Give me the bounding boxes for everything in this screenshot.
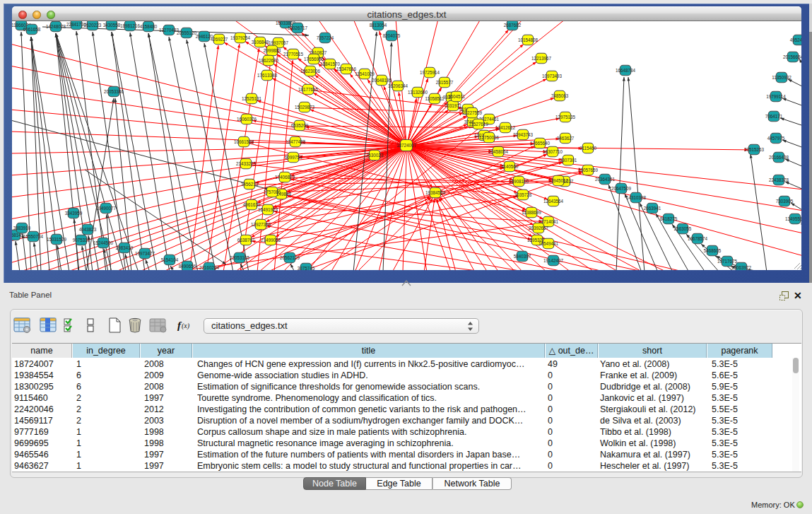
svg-text:20458054: 20458054 [488, 149, 509, 154]
svg-text:18026717: 18026717 [288, 25, 308, 30]
svg-text:12213967: 12213967 [531, 56, 552, 61]
svg-text:19799114: 19799114 [766, 94, 786, 99]
svg-text:2687682: 2687682 [504, 23, 522, 28]
svg-text:15029873: 15029873 [295, 105, 315, 110]
svg-text:18622670: 18622670 [259, 58, 279, 63]
svg-text:7357224: 7357224 [317, 35, 334, 40]
svg-text:9463627: 9463627 [557, 136, 575, 141]
svg-text:12927396: 12927396 [251, 222, 271, 227]
svg-text:16307710: 16307710 [543, 149, 563, 154]
svg-text:19725914: 19725914 [420, 70, 440, 75]
svg-text:16206344: 16206344 [388, 83, 408, 88]
svg-text:3035728: 3035728 [514, 192, 532, 197]
svg-text:17665640: 17665640 [530, 141, 551, 146]
svg-text:3430558: 3430558 [103, 23, 121, 28]
svg-text:15063972: 15063972 [731, 265, 752, 270]
svg-text:10661588: 10661588 [234, 139, 254, 144]
svg-text:22053165: 22053165 [230, 255, 250, 260]
svg-text:16623006: 16623006 [300, 69, 321, 74]
svg-text:10717675: 10717675 [717, 259, 738, 264]
svg-text:20227559: 20227559 [462, 110, 483, 115]
svg-text:20515263: 20515263 [744, 147, 765, 152]
svg-text:2315577: 2315577 [436, 80, 454, 85]
svg-text:20364361: 20364361 [595, 177, 616, 182]
svg-text:11058511: 11058511 [425, 96, 445, 101]
svg-text:18177615: 18177615 [298, 87, 319, 92]
svg-text:4952451: 4952451 [790, 37, 801, 42]
svg-text:6061658: 6061658 [23, 27, 41, 32]
svg-text:19142407: 19142407 [543, 258, 564, 263]
svg-text:15347616: 15347616 [336, 66, 357, 71]
svg-text:12525131: 12525131 [242, 96, 262, 101]
svg-text:6638767: 6638767 [237, 238, 255, 243]
svg-text:3307301: 3307301 [560, 158, 577, 163]
svg-text:18724007: 18724007 [396, 143, 417, 148]
svg-text:11388699: 11388699 [522, 210, 541, 215]
svg-text:7485063: 7485063 [551, 93, 569, 98]
svg-text:17656906: 17656906 [304, 57, 324, 62]
svg-text:8490656: 8490656 [179, 264, 196, 269]
svg-text:3343959: 3343959 [65, 211, 83, 216]
svg-text:17613348: 17613348 [257, 73, 278, 78]
svg-text:1757086: 1757086 [264, 189, 281, 194]
svg-text:8418275: 8418275 [660, 216, 678, 221]
svg-text:8813054: 8813054 [370, 23, 387, 28]
svg-text:7064171: 7064171 [765, 114, 783, 119]
svg-text:(x): (x) [182, 322, 190, 330]
svg-text:19973477: 19973477 [135, 251, 155, 256]
svg-text:6099754: 6099754 [285, 155, 302, 160]
svg-text:16648784: 16648784 [616, 68, 636, 73]
svg-text:19379254: 19379254 [230, 35, 251, 40]
svg-text:9075310: 9075310 [73, 238, 90, 243]
svg-text:8204075: 8204075 [383, 33, 401, 38]
svg-text:20943743: 20943743 [513, 132, 534, 137]
svg-text:16908100: 16908100 [509, 179, 529, 184]
svg-text:3883910: 3883910 [13, 226, 31, 230]
svg-text:13132690: 13132690 [408, 90, 428, 95]
svg-text:4269227: 4269227 [211, 37, 228, 42]
svg-text:11541029: 11541029 [355, 71, 375, 76]
svg-text:12412612: 12412612 [495, 125, 516, 130]
svg-text:22438378: 22438378 [769, 177, 789, 182]
svg-text:2530023: 2530023 [366, 153, 384, 158]
svg-text:6535209: 6535209 [291, 123, 309, 128]
svg-text:18981216: 18981216 [120, 23, 141, 28]
svg-text:11527619: 11527619 [469, 122, 488, 127]
svg-text:12750036: 12750036 [479, 135, 500, 140]
svg-text:21433273: 21433273 [236, 161, 257, 166]
svg-text:3106848: 3106848 [252, 40, 269, 45]
svg-text:12477488: 12477488 [286, 139, 306, 144]
svg-text:11350932: 11350932 [772, 75, 792, 80]
svg-text:22160294: 22160294 [199, 265, 220, 270]
svg-text:5840397: 5840397 [514, 254, 531, 259]
svg-text:10973493: 10973493 [542, 74, 563, 78]
svg-text:2663941: 2663941 [644, 206, 661, 211]
svg-text:16491923: 16491923 [258, 207, 278, 212]
svg-text:2620223: 2620223 [84, 23, 102, 28]
svg-text:14310388: 14310388 [626, 195, 647, 200]
svg-text:10549441: 10549441 [539, 241, 559, 246]
svg-text:4158480: 4158480 [140, 24, 158, 29]
svg-text:16060376: 16060376 [237, 117, 257, 122]
svg-text:12975135: 12975135 [555, 115, 576, 119]
svg-text:4043823: 4043823 [79, 227, 97, 232]
svg-text:20555120: 20555120 [177, 30, 197, 35]
svg-text:2983419: 2983419 [116, 245, 134, 250]
svg-text:15031529: 15031529 [47, 237, 67, 242]
svg-text:4961630: 4961630 [243, 202, 261, 207]
svg-text:5154104: 5154104 [161, 257, 179, 262]
svg-text:13945012: 13945012 [548, 178, 569, 183]
svg-text:10154808: 10154808 [518, 37, 539, 42]
svg-text:2563055: 2563055 [674, 226, 692, 231]
svg-text:21770515: 21770515 [283, 52, 304, 57]
svg-text:5468605: 5468605 [704, 248, 722, 253]
svg-text:20053346: 20053346 [104, 89, 124, 94]
svg-text:3075745: 3075745 [298, 266, 315, 270]
svg-text:19384554: 19384554 [425, 190, 446, 195]
svg-text:19937057: 19937057 [269, 40, 289, 45]
svg-text:19490077: 19490077 [96, 206, 117, 211]
svg-text:21499058: 21499058 [261, 238, 281, 243]
svg-text:20562129: 20562129 [280, 255, 300, 260]
svg-text:7303905: 7303905 [776, 199, 794, 204]
svg-text:20392657: 20392657 [529, 226, 549, 230]
